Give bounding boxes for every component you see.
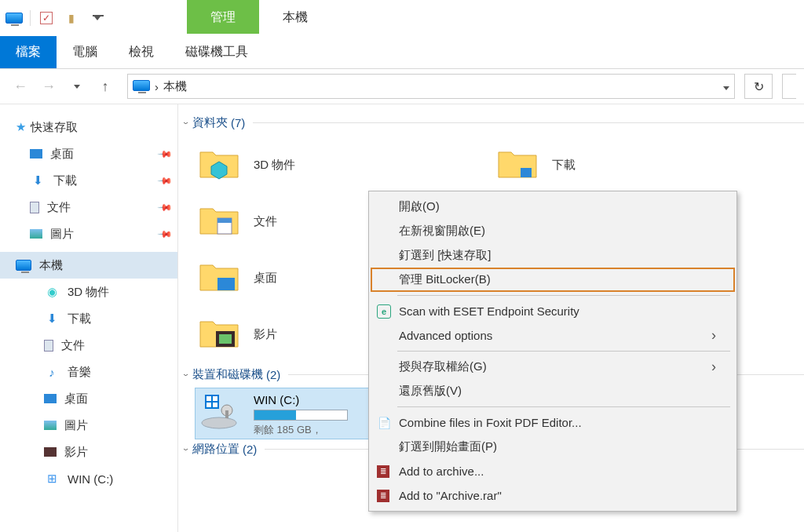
search-box[interactable] — [782, 74, 796, 99]
svg-rect-5 — [219, 334, 232, 344]
eset-icon: e — [377, 304, 391, 319]
breadcrumb-sep: › — [155, 80, 159, 93]
svg-rect-8 — [206, 396, 211, 401]
pin-icon: 📌 — [157, 199, 174, 216]
sidebar-3dobjects[interactable]: ◉3D 物件 — [0, 279, 177, 305]
winrar-icon: ≣ — [377, 490, 389, 502]
qat-newfolder-icon[interactable]: ▮ — [62, 12, 81, 24]
sidebar-drive-c[interactable]: ⊞WIN (C:) — [0, 465, 177, 492]
svg-rect-0 — [521, 168, 532, 177]
sidebar-documents[interactable]: 文件📌 — [0, 194, 177, 220]
contextual-tab-manage[interactable]: 管理 — [187, 0, 259, 34]
star-icon: ★ — [16, 120, 26, 134]
ctx-grant-access[interactable]: 授與存取權給(G)› — [371, 355, 735, 379]
ctx-eset-scan[interactable]: eScan with ESET Endpoint Security — [371, 299, 735, 323]
drive-capacity-bar — [254, 410, 348, 421]
ribbon-tab-drivetools[interactable]: 磁碟機工具 — [170, 36, 264, 68]
back-button[interactable]: ← — [8, 74, 33, 99]
drive-label: WIN (C:) — [254, 393, 348, 406]
chevron-right-icon: › — [711, 327, 716, 344]
folder-icon — [199, 315, 243, 353]
ctx-pin-quickaccess[interactable]: 釘選到 [快速存取] — [371, 243, 735, 268]
title-bar: ✓ ▮ 管理 本機 — [0, 0, 804, 36]
svg-point-6 — [202, 417, 236, 428]
ctx-manage-bitlocker[interactable]: 管理 BitLocker(B) — [371, 268, 735, 292]
ctx-advanced-options[interactable]: Advanced options› — [371, 323, 735, 348]
ribbon-tab-file[interactable]: 檔案 — [0, 36, 57, 68]
foxit-icon: 📄 — [377, 416, 391, 430]
pc-icon — [16, 259, 31, 271]
sidebar-pictures[interactable]: 圖片📌 — [0, 220, 177, 247]
navigation-pane: ★ 快速存取 桌面📌 ⬇下載📌 文件📌 圖片📌 本機 ◉3D 物件 ⬇下載 文件… — [0, 104, 177, 532]
sidebar-music[interactable]: ♪音樂 — [0, 359, 177, 385]
picture-icon — [44, 421, 57, 430]
svg-rect-3 — [217, 278, 235, 290]
ctx-separator — [397, 406, 730, 407]
folder-icon — [199, 202, 243, 240]
sidebar-quickaccess[interactable]: ★ 快速存取 — [0, 114, 177, 140]
ctx-pin-start[interactable]: 釘選到開始畫面(P) — [371, 435, 735, 459]
ribbon-tab-view[interactable]: 檢視 — [113, 36, 170, 68]
pin-icon: 📌 — [157, 173, 174, 189]
ctx-open-new-window[interactable]: 在新視窗開啟(E) — [371, 219, 735, 243]
sidebar-downloads[interactable]: ⬇下載📌 — [0, 167, 177, 194]
music-icon: ♪ — [44, 366, 60, 378]
drive-freespace: 剩餘 185 GB， — [254, 423, 348, 437]
ctx-separator — [397, 351, 730, 352]
breadcrumb-location[interactable]: 本機 — [163, 79, 187, 94]
folder-icon — [497, 146, 541, 184]
sidebar-thispc[interactable]: 本機 — [0, 252, 177, 279]
location-icon — [133, 80, 152, 93]
pin-icon: 📌 — [157, 146, 174, 162]
folder-icon — [199, 259, 243, 297]
svg-rect-10 — [206, 403, 211, 407]
refresh-button[interactable]: ↻ — [744, 74, 773, 99]
ctx-add-to-rar[interactable]: ≣Add to "Archive.rar" — [371, 483, 735, 508]
desktop-icon — [30, 149, 42, 159]
forward-button[interactable]: → — [36, 74, 61, 99]
sidebar-documents2[interactable]: 文件 — [0, 332, 177, 359]
chevron-down-icon: › — [181, 448, 192, 450]
address-bar[interactable]: › 本機 — [127, 74, 735, 99]
up-button[interactable]: ↑ — [93, 74, 118, 99]
download-icon: ⬇ — [30, 174, 46, 187]
sidebar-desktop[interactable]: 桌面📌 — [0, 140, 177, 167]
sidebar-downloads2[interactable]: ⬇下載 — [0, 305, 177, 332]
chevron-down-icon: › — [181, 373, 192, 376]
svg-rect-9 — [213, 396, 217, 401]
window-title: 本機 — [259, 0, 331, 34]
video-icon — [44, 447, 57, 457]
folder-3dobjects[interactable]: 3D 物件 — [196, 137, 494, 193]
chevron-down-icon: › — [181, 122, 192, 124]
ctx-add-archive[interactable]: ≣Add to archive... — [371, 459, 735, 483]
download-icon: ⬇ — [44, 312, 60, 325]
svg-rect-13 — [225, 410, 228, 418]
ribbon-tab-computer[interactable]: 電腦 — [57, 36, 113, 68]
svg-rect-2 — [217, 218, 232, 223]
recent-locations-button[interactable] — [64, 74, 90, 99]
folder-downloads[interactable]: 下載 — [494, 137, 792, 193]
ctx-foxit-combine[interactable]: 📄Combine files in Foxit PDF Editor... — [371, 410, 735, 435]
svg-rect-11 — [213, 403, 217, 407]
sidebar-pictures2[interactable]: 圖片 — [0, 412, 177, 439]
ctx-open[interactable]: 開啟(O) — [371, 195, 735, 219]
address-dropdown-icon[interactable] — [723, 80, 729, 93]
folder-icon — [199, 146, 243, 184]
qat-properties-icon[interactable]: ✓ — [37, 12, 56, 24]
sidebar-videos[interactable]: 影片 — [0, 439, 177, 465]
document-icon — [44, 340, 53, 352]
document-icon — [30, 202, 39, 213]
chevron-right-icon: › — [711, 359, 716, 375]
ctx-restore-previous[interactable]: 還原舊版(V) — [371, 379, 735, 403]
winrar-icon: ≣ — [377, 465, 389, 478]
group-header-folders[interactable]: › 資料夾 (7) — [181, 114, 804, 137]
desktop-icon — [44, 394, 57, 403]
context-menu: 開啟(O) 在新視窗開啟(E) 釘選到 [快速存取] 管理 BitLocker(… — [368, 191, 737, 512]
window-icon — [5, 12, 24, 24]
navigation-bar: ← → ↑ › 本機 ↻ — [0, 69, 804, 104]
sidebar-desktop2[interactable]: 桌面 — [0, 385, 177, 412]
drive-c[interactable]: WIN (C:) 剩餘 185 GB， — [196, 388, 368, 439]
picture-icon — [30, 229, 42, 239]
drive-icon — [200, 393, 244, 431]
qat-customize-icon[interactable] — [87, 12, 106, 24]
